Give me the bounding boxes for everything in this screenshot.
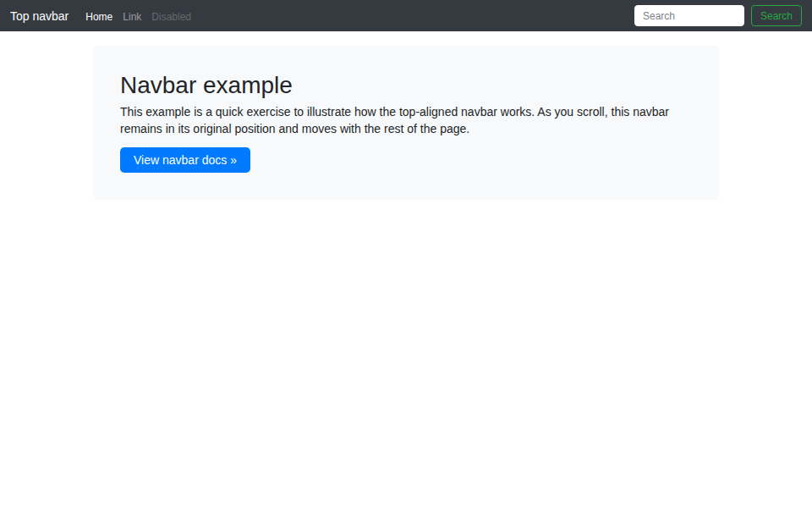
search-button[interactable]: Search	[751, 5, 802, 26]
nav-item-home: Home	[80, 8, 118, 24]
navbar-brand[interactable]: Top navbar	[10, 9, 69, 23]
jumbotron: Navbar example This example is a quick e…	[93, 46, 719, 200]
nav-link-link[interactable]: Link	[118, 11, 146, 23]
nav-item-link: Link	[118, 8, 146, 24]
page-title: Navbar example	[120, 71, 692, 100]
navbar-nav: Home Link Disabled	[80, 8, 634, 24]
top-navbar: Top navbar Home Link Disabled Search	[0, 0, 812, 31]
navbar-search-form: Search	[634, 5, 802, 26]
main-container: Navbar example This example is a quick e…	[93, 46, 719, 200]
search-input[interactable]	[634, 5, 744, 26]
nav-item-disabled: Disabled	[146, 8, 196, 24]
jumbotron-description: This example is a quick exercise to illu…	[120, 103, 692, 137]
view-navbar-docs-button[interactable]: View navbar docs »	[120, 147, 250, 173]
nav-link-home[interactable]: Home	[80, 11, 118, 23]
nav-link-disabled: Disabled	[146, 11, 196, 23]
